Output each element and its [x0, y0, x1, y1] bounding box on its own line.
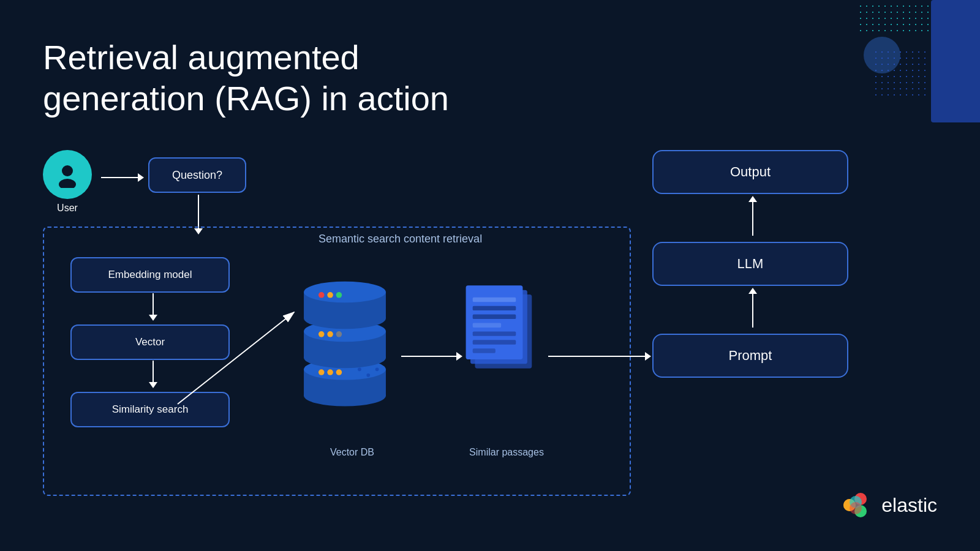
page-title: Retrieval augmented generation (RAG) in … [43, 37, 449, 119]
svg-point-40 [850, 502, 862, 514]
similar-passages-illustration [462, 282, 542, 407]
embedding-model-box: Embedding model [70, 257, 230, 293]
question-box: Question? [148, 157, 246, 193]
svg-rect-30 [473, 315, 516, 319]
prompt-box: Prompt [652, 334, 848, 378]
elastic-logo: elastic [837, 490, 937, 520]
svg-rect-31 [473, 323, 501, 328]
arrow-prompt-to-llm [748, 288, 757, 328]
user-label: User [57, 203, 78, 214]
vector-db-label: Vector DB [312, 447, 392, 458]
semantic-search-label: Semantic search content retrieval [318, 233, 482, 246]
output-box: Output [652, 150, 848, 194]
svg-point-24 [336, 292, 342, 298]
svg-point-12 [375, 367, 379, 371]
svg-line-3 [178, 312, 294, 404]
svg-rect-27 [466, 285, 523, 359]
svg-point-17 [327, 331, 333, 337]
deco-bar [931, 0, 980, 122]
arrow-passages-to-prompt [548, 352, 651, 361]
svg-rect-34 [473, 348, 496, 353]
svg-point-1 [59, 179, 76, 188]
vector-db-illustration [293, 279, 397, 416]
svg-rect-33 [473, 340, 516, 344]
elastic-brand-name: elastic [881, 494, 937, 517]
svg-point-21 [304, 282, 386, 302]
diagonal-arrow-similarity-to-db [172, 300, 312, 416]
svg-rect-32 [473, 331, 516, 335]
arrow-db-to-passages [401, 352, 462, 361]
similar-passages-label: Similar passages [461, 447, 552, 458]
svg-point-10 [358, 367, 361, 371]
user-section: User [43, 150, 92, 214]
svg-rect-28 [473, 298, 516, 302]
svg-point-11 [366, 373, 370, 377]
svg-point-22 [318, 292, 325, 298]
svg-point-9 [336, 369, 342, 375]
svg-point-7 [318, 369, 325, 375]
user-avatar [43, 150, 92, 199]
arrow-embedding-down [149, 293, 157, 321]
svg-point-16 [318, 331, 325, 337]
svg-point-23 [327, 292, 333, 298]
svg-point-18 [336, 331, 342, 337]
arrow-llm-to-output [748, 196, 757, 236]
arrow-user-to-question [101, 173, 144, 182]
deco-dots-blue [873, 49, 928, 98]
arrow-vector-down [149, 361, 157, 388]
svg-point-0 [62, 165, 73, 176]
llm-box: LLM [652, 242, 848, 286]
svg-point-8 [327, 369, 333, 375]
svg-rect-29 [473, 306, 516, 310]
deco-dots-teal [858, 3, 931, 34]
